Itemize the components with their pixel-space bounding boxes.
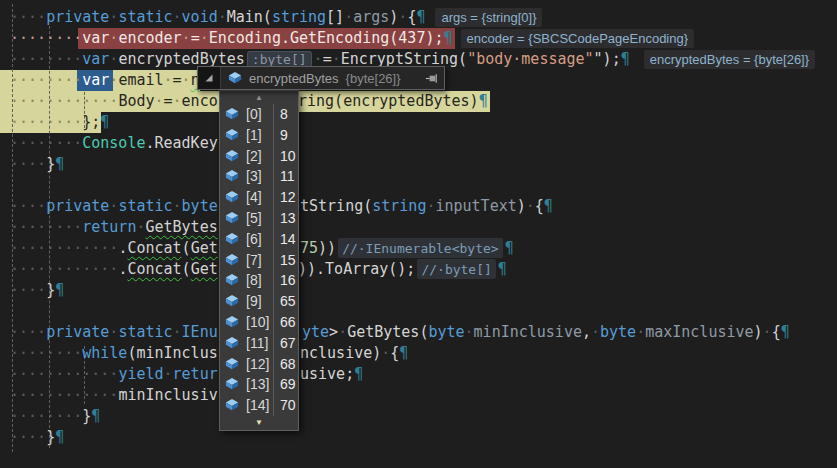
scroll-up-icon[interactable]: ▲ xyxy=(220,91,298,104)
code-token: ) xyxy=(754,323,763,341)
code-line[interactable]: ········var·encoder·=·Encoding.GetEncodi… xyxy=(0,28,837,49)
code-token: static xyxy=(118,323,172,341)
debug-inline-value: encryptedBytes = {byte[26]} xyxy=(644,50,815,69)
member-row[interactable]: [9]65 xyxy=(220,291,298,312)
code-line[interactable]: ········Console.ReadKey xyxy=(0,133,837,154)
code-token: ········ xyxy=(10,218,82,236)
code-line[interactable]: ····}¶ xyxy=(0,280,837,301)
pin-icon[interactable] xyxy=(424,71,439,86)
member-row[interactable]: [6]14 xyxy=(220,228,298,249)
code-line[interactable]: ········return·GetBytes xyxy=(0,217,837,238)
code-text-right: nclusive)·{¶ xyxy=(300,343,408,364)
member-row[interactable]: [14]70 xyxy=(220,395,298,416)
code-line[interactable]: ····}¶ xyxy=(0,427,837,448)
code-token: GetBytes( xyxy=(347,323,428,341)
code-text: ············yield·retur xyxy=(0,365,218,383)
member-row[interactable]: [2]10 xyxy=(220,145,298,166)
member-index: [3] xyxy=(246,168,273,184)
member-row[interactable]: [3]11 xyxy=(220,166,298,187)
code-token: ···· xyxy=(10,281,46,299)
code-token: · xyxy=(465,323,474,341)
scroll-down-icon[interactable]: ▼ xyxy=(220,416,298,430)
member-row[interactable]: [11]67 xyxy=(220,332,298,353)
member-value: 16 xyxy=(273,270,298,291)
code-token: )) xyxy=(318,239,336,257)
code-token: ¶ xyxy=(91,407,100,425)
code-token: { xyxy=(390,344,399,362)
comment-box: //·byte[] xyxy=(417,259,495,279)
code-line[interactable] xyxy=(0,175,837,196)
code-token: = xyxy=(164,92,173,110)
code-text-right: )).ToArray();//·byte[]¶ xyxy=(298,259,507,280)
code-token: · xyxy=(338,323,347,341)
code-token: ¶ xyxy=(479,92,488,110)
debug-inline-value: args = {string[0]} xyxy=(435,8,542,27)
code-line[interactable]: ············yield·returusive;¶ xyxy=(0,364,837,385)
code-text: ············.Concat(Get xyxy=(0,239,218,257)
member-row[interactable]: [0]8 xyxy=(220,104,298,125)
member-value: 66 xyxy=(273,312,298,333)
code-token: { xyxy=(535,197,544,215)
code-line[interactable]: ············.Concat(Get75))//·IEnumerabl… xyxy=(0,238,837,259)
code-text: ········var·encoder·=·Encoding.GetEncodi… xyxy=(0,29,453,47)
code-line[interactable]: ········}¶ xyxy=(0,406,837,427)
code-token: 75 xyxy=(300,239,318,257)
code-token: ( xyxy=(182,260,191,278)
code-token: ) xyxy=(517,197,526,215)
code-line[interactable] xyxy=(0,301,837,322)
member-row[interactable]: [7]15 xyxy=(220,249,298,270)
code-line[interactable]: ····private·static·IEnuyte>·GetBytes(byt… xyxy=(0,322,837,343)
code-token: encoder xyxy=(118,29,181,47)
member-row[interactable]: [8]16 xyxy=(220,270,298,291)
code-token: · xyxy=(636,323,645,341)
code-token: · xyxy=(173,92,182,110)
code-token: ········ xyxy=(10,134,82,152)
code-token: ········ xyxy=(10,29,82,47)
code-text: ········var·email·=·n xyxy=(0,71,200,89)
code-token: nclusive) xyxy=(300,344,381,362)
code-token: )).ToArray(); xyxy=(298,260,415,278)
code-line[interactable]: ········};¶ xyxy=(0,112,837,133)
member-row[interactable]: [5]13 xyxy=(220,208,298,229)
member-index: [11] xyxy=(246,335,273,351)
member-row[interactable]: [12]68 xyxy=(220,353,298,374)
member-index: [5] xyxy=(246,210,273,226)
code-line[interactable]: ········while(minInclusnclusive)·{¶ xyxy=(0,343,837,364)
code-line[interactable]: ············minInclusiv xyxy=(0,385,837,406)
code-token: byte xyxy=(428,323,464,341)
code-token: [] xyxy=(326,8,344,26)
member-row[interactable]: [4]12 xyxy=(220,187,298,208)
code-token: ring(encryptedBytes) xyxy=(298,92,479,110)
code-line[interactable]: ············Body·=·encoring(encryptedByt… xyxy=(0,91,837,112)
code-token: ···· xyxy=(10,323,46,341)
field-icon xyxy=(224,169,240,183)
code-text: ············Body·=·enco xyxy=(0,92,218,110)
datatip-header[interactable]: encryptedBytes {byte[26]} xyxy=(197,66,445,90)
code-token: } xyxy=(46,428,55,446)
field-icon xyxy=(227,71,243,85)
expanded-triangle-icon[interactable] xyxy=(198,67,221,89)
code-line[interactable]: ····private·static·bytetString(string·in… xyxy=(0,196,837,217)
code-line[interactable]: ············.Concat(Get)).ToArray();//·b… xyxy=(0,259,837,280)
code-token: ¶ xyxy=(55,155,64,173)
code-line[interactable]: ····private·static·void·Main(string[]·ar… xyxy=(0,7,837,28)
code-token: ¶ xyxy=(544,197,553,215)
member-value: 10 xyxy=(273,145,298,166)
field-icon xyxy=(224,107,240,121)
code-text-right: usive;¶ xyxy=(300,364,363,385)
code-token: byte xyxy=(182,197,218,215)
datatip-member-list[interactable]: ▲ [0]8[1]9[2]10[3]11[4]12[5]13[6]14[7]15… xyxy=(219,90,299,431)
member-index: [4] xyxy=(246,189,273,205)
member-value: 12 xyxy=(273,187,298,208)
code-text: ········return·GetBytes xyxy=(0,218,218,236)
member-row[interactable]: [1]9 xyxy=(220,124,298,145)
code-line[interactable]: ····}¶ xyxy=(0,154,837,175)
field-icon xyxy=(224,211,240,225)
code-text: ····}¶ xyxy=(0,155,64,173)
code-token: var xyxy=(82,50,109,68)
member-row[interactable]: [10]66 xyxy=(220,312,298,333)
code-editor[interactable]: ····private·static·void·Main(string[]·ar… xyxy=(0,0,837,468)
field-icon xyxy=(224,398,240,412)
member-row[interactable]: [13]69 xyxy=(220,374,298,395)
code-token: var xyxy=(82,29,109,47)
